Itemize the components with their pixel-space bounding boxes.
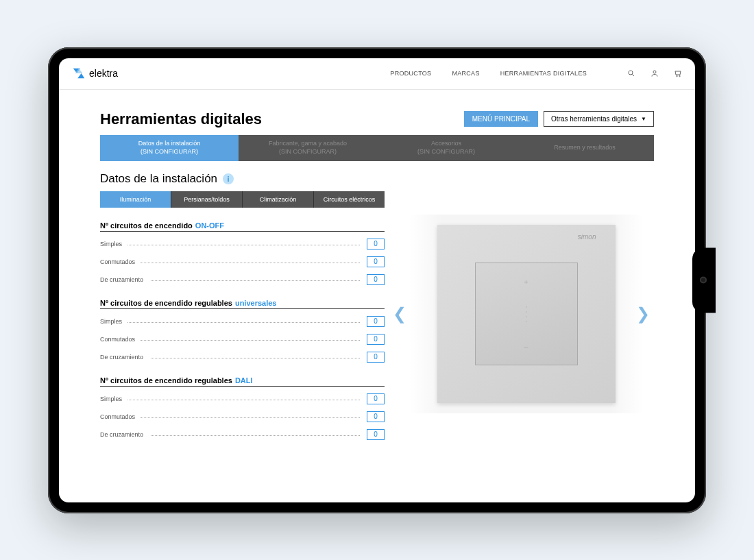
- section-header: Datos de la instalación i: [100, 172, 654, 186]
- subtabs: Iluminación Persianas/toldos Climatizaci…: [100, 191, 385, 208]
- logo-text: elektra: [89, 68, 118, 79]
- row-dali-conmutados: Conmutados 0: [100, 411, 385, 422]
- step-resumen[interactable]: Resumen y resultados: [515, 135, 654, 161]
- search-icon[interactable]: [627, 69, 636, 78]
- carousel-prev-icon[interactable]: ❮: [393, 304, 406, 324]
- info-icon[interactable]: i: [223, 173, 234, 184]
- svg-marker-1: [77, 73, 84, 78]
- row-dali-cruzamiento: De cruzamiento 0: [100, 429, 385, 440]
- group-heading-universales: Nº circuitos de encendido regulables uni…: [100, 299, 385, 309]
- group-heading-dali: Nº circuitos de encendido regulables DAL…: [100, 376, 385, 387]
- other-tools-dropdown[interactable]: Otras herramientas digitales ▼: [544, 111, 654, 127]
- main-menu-button[interactable]: MENÚ PRINCIPAL: [464, 111, 538, 127]
- input-dali-simples[interactable]: 0: [367, 393, 385, 404]
- camera-notch: [692, 247, 716, 313]
- form-panel: Iluminación Persianas/toldos Climatizaci…: [100, 191, 385, 440]
- svg-point-6: [677, 75, 678, 77]
- group-heading-onoff: Nº circuitos de encendido ON-OFF: [100, 221, 385, 232]
- preview-brand-label: simon: [578, 233, 596, 241]
- input-dali-cruzamiento[interactable]: 0: [367, 429, 385, 440]
- subtab-climatizacion[interactable]: Climatización: [243, 191, 314, 208]
- step-accesorios[interactable]: Accesorios (SIN CONFIGURAR): [377, 135, 515, 161]
- user-icon[interactable]: [650, 69, 659, 78]
- svg-point-5: [653, 71, 656, 73]
- row-dali-simples: Simples 0: [100, 393, 385, 404]
- subtab-circuitos[interactable]: Circuitos eléctricos: [314, 191, 385, 208]
- row-univ-conmutados: Conmutados 0: [100, 334, 385, 345]
- input-onoff-cruzamiento[interactable]: 0: [367, 274, 385, 285]
- svg-point-7: [679, 75, 681, 77]
- logo-icon: [71, 66, 86, 81]
- nav-marcas[interactable]: MARCAS: [452, 70, 479, 77]
- input-univ-simples[interactable]: 0: [367, 316, 385, 327]
- svg-point-3: [629, 71, 633, 75]
- row-onoff-cruzamiento: De cruzamiento 0: [100, 274, 385, 285]
- row-univ-cruzamiento: De cruzamiento 0: [100, 352, 385, 363]
- row-univ-simples: Simples 0: [100, 316, 385, 327]
- logo[interactable]: elektra: [71, 66, 118, 81]
- step-datos-instalacion[interactable]: Datos de la instalación (SIN CONFIGURAR): [100, 135, 239, 161]
- input-univ-cruzamiento[interactable]: 0: [367, 352, 385, 363]
- page-title: Herramientas digitales: [100, 110, 262, 128]
- input-onoff-conmutados[interactable]: 0: [367, 256, 385, 267]
- subtab-persianas[interactable]: Persianas/toldos: [171, 191, 243, 208]
- dropdown-label: Otras herramientas digitales: [551, 115, 637, 123]
- nav-herramientas[interactable]: HERRAMIENTAS DIGITALES: [500, 70, 587, 77]
- nav-productos[interactable]: PRODUCTOS: [390, 70, 431, 77]
- switch-plate-image: simon + –: [437, 225, 616, 403]
- cart-icon[interactable]: [673, 69, 683, 78]
- step-fabricante[interactable]: Fabricante, gama y acabado (SIN CONFIGUR…: [239, 135, 377, 161]
- screen: elektra PRODUCTOS MARCAS HERRAMIENTAS DI…: [59, 58, 695, 502]
- chevron-down-icon: ▼: [641, 116, 646, 122]
- wizard-steps: Datos de la instalación (SIN CONFIGURAR)…: [100, 135, 654, 161]
- input-onoff-simples[interactable]: 0: [367, 239, 385, 249]
- input-dali-conmutados[interactable]: 0: [367, 411, 385, 422]
- svg-line-4: [632, 74, 634, 76]
- page-content: Herramientas digitales MENÚ PRINCIPAL Ot…: [59, 90, 695, 447]
- product-preview: ❮ simon + – ❯: [398, 188, 654, 440]
- top-navigation: elektra PRODUCTOS MARCAS HERRAMIENTAS DI…: [59, 58, 695, 90]
- tablet-frame: elektra PRODUCTOS MARCAS HERRAMIENTAS DI…: [48, 47, 706, 513]
- row-onoff-simples: Simples 0: [100, 239, 385, 249]
- carousel-next-icon[interactable]: ❯: [636, 304, 650, 324]
- subtab-iluminacion[interactable]: Iluminación: [100, 191, 171, 208]
- row-onoff-conmutados: Conmutados 0: [100, 256, 385, 267]
- section-title: Datos de la instalación: [100, 172, 217, 186]
- input-univ-conmutados[interactable]: 0: [367, 334, 385, 345]
